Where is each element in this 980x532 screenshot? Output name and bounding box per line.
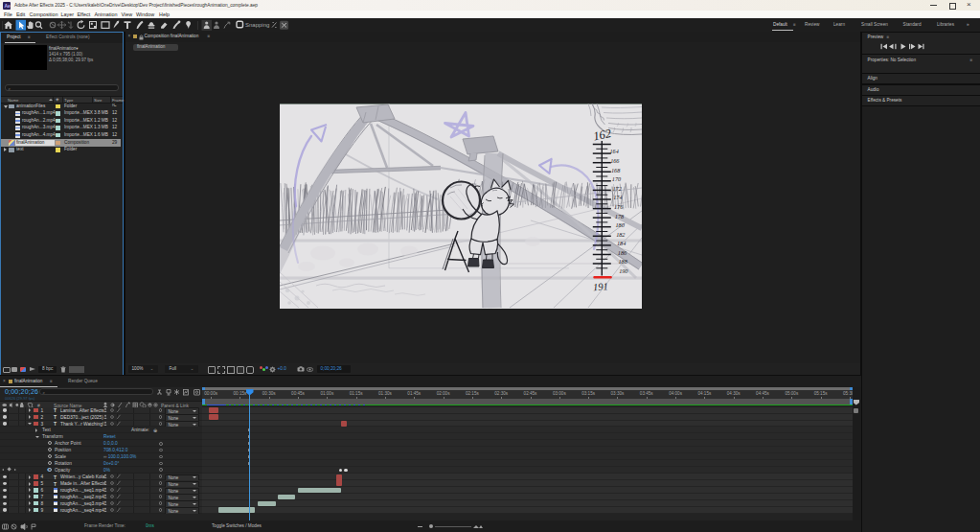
svg-text:190: 190 <box>619 267 628 274</box>
svg-text:Snapping: Snapping <box>245 22 269 28</box>
svg-text:186: 186 <box>617 249 627 256</box>
svg-text:172: 172 <box>612 185 621 192</box>
svg-text:166: 166 <box>610 157 620 164</box>
svg-text:168: 168 <box>610 167 620 173</box>
svg-text:178: 178 <box>614 213 624 220</box>
svg-text:191: 191 <box>592 281 607 292</box>
svg-text:182: 182 <box>616 231 625 238</box>
svg-text:174: 174 <box>613 195 622 201</box>
svg-text:184: 184 <box>616 241 625 247</box>
svg-text:164: 164 <box>609 149 618 155</box>
svg-text:176: 176 <box>613 203 623 210</box>
svg-text:170: 170 <box>611 175 621 182</box>
svg-text:188: 188 <box>618 259 627 266</box>
svg-text:180: 180 <box>615 221 625 228</box>
